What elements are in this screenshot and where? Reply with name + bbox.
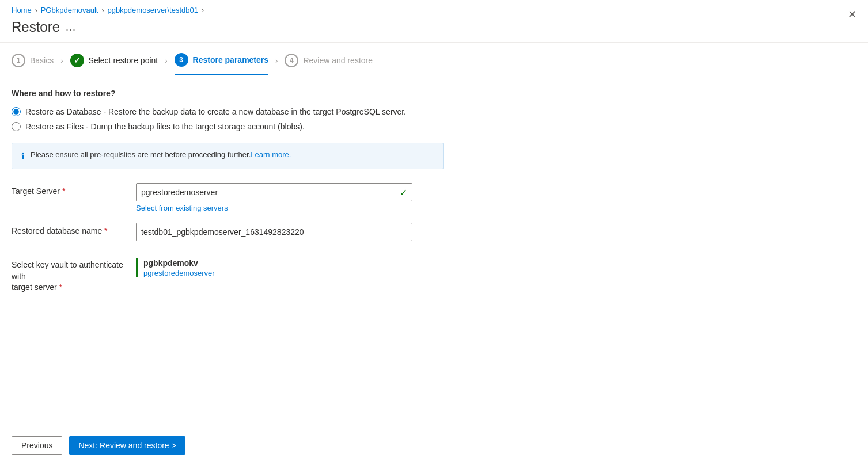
restored-db-required: * xyxy=(104,226,107,235)
restore-as-files-option[interactable]: Restore as Files - Dump the backup files… xyxy=(12,122,856,131)
step-2-label: Select restore point xyxy=(89,56,158,65)
step-review-and-restore[interactable]: 4 Review and restore xyxy=(285,54,373,74)
restore-as-files-label: Restore as Files - Dump the backup files… xyxy=(25,122,305,131)
target-server-row: Target Server * pgrestoredemoserver ✓ Se… xyxy=(12,183,856,212)
main-content: Where and how to restore? Restore as Dat… xyxy=(0,75,868,305)
step-arrow-1: › xyxy=(60,56,63,72)
section-title: Where and how to restore? xyxy=(12,89,856,98)
restored-db-name-label: Restored database name * xyxy=(12,223,127,235)
restored-db-name-row: Restored database name * xyxy=(12,223,856,241)
page-container: Home › PGbkpdemovault › pgbkpdemoserver\… xyxy=(0,0,868,461)
restore-as-database-radio[interactable] xyxy=(12,107,21,116)
close-button[interactable]: ✕ xyxy=(848,8,856,21)
step-4-circle: 4 xyxy=(285,54,298,67)
target-server-required: * xyxy=(62,186,65,196)
step-arrow-2: › xyxy=(165,56,167,72)
step-1-label: Basics xyxy=(30,56,54,65)
breadcrumb-sep-1: › xyxy=(35,6,37,14)
select-existing-servers-link[interactable]: Select from existing servers xyxy=(136,204,412,212)
next-button[interactable]: Next: Review and restore > xyxy=(69,436,185,455)
learn-more-link[interactable]: Learn more. xyxy=(251,150,291,159)
keyvault-section: Select key vault to authenticate with ta… xyxy=(12,258,856,294)
target-server-label: Target Server * xyxy=(12,183,127,196)
restored-db-name-input[interactable] xyxy=(136,223,412,241)
step-3-circle: 3 xyxy=(175,53,188,67)
target-server-check-icon: ✓ xyxy=(400,187,407,198)
info-box: ℹ Please ensure all pre-requisites are m… xyxy=(12,143,444,169)
breadcrumb: Home › PGbkpdemovault › pgbkpdemoserver\… xyxy=(0,0,868,17)
info-icon: ℹ xyxy=(21,151,25,162)
keyvault-row: Select key vault to authenticate with ta… xyxy=(12,258,856,294)
target-server-control: pgrestoredemoserver ✓ Select from existi… xyxy=(136,183,412,212)
keyvault-name: pgbkpdemokv xyxy=(143,258,215,268)
restore-options-group: Restore as Database - Restore the backup… xyxy=(12,107,856,131)
info-text: Please ensure all pre-requisites are met… xyxy=(31,150,291,159)
step-1-circle: 1 xyxy=(12,54,25,67)
restore-as-files-radio[interactable] xyxy=(12,122,21,131)
step-3-label: Restore parameters xyxy=(193,55,269,64)
previous-button[interactable]: Previous xyxy=(12,436,62,455)
restore-as-database-option[interactable]: Restore as Database - Restore the backup… xyxy=(12,107,856,116)
more-options-icon[interactable]: ... xyxy=(66,21,76,33)
restored-db-name-control xyxy=(136,223,412,241)
keyvault-required: * xyxy=(59,283,62,292)
keyvault-server-link[interactable]: pgrestoredemoserver xyxy=(143,269,215,277)
page-title: Restore xyxy=(12,19,60,35)
breadcrumb-sep-3: › xyxy=(202,6,204,14)
step-arrow-3: › xyxy=(275,56,278,72)
breadcrumb-sep-2: › xyxy=(101,6,104,14)
steps-container: 1 Basics › ✓ Select restore point › 3 Re… xyxy=(0,43,868,75)
header: Restore ... ✕ xyxy=(0,17,868,42)
form-section: Target Server * pgrestoredemoserver ✓ Se… xyxy=(12,183,856,241)
breadcrumb-vault[interactable]: PGbkpdemovault xyxy=(41,6,98,14)
step-select-restore-point[interactable]: ✓ Select restore point xyxy=(70,54,158,74)
step-4-label: Review and restore xyxy=(303,56,373,65)
keyvault-value: pgbkpdemokv pgrestoredemoserver xyxy=(136,258,215,277)
bottom-bar: Previous Next: Review and restore > xyxy=(0,429,868,461)
step-basics[interactable]: 1 Basics xyxy=(12,54,54,74)
breadcrumb-server-db[interactable]: pgbkpdemoserver\testdb01 xyxy=(107,6,198,14)
breadcrumb-home[interactable]: Home xyxy=(12,6,32,14)
target-server-value: pgrestoredemoserver xyxy=(141,188,218,197)
restore-as-database-label: Restore as Database - Restore the backup… xyxy=(25,107,406,116)
keyvault-label: Select key vault to authenticate with ta… xyxy=(12,258,127,294)
step-restore-parameters[interactable]: 3 Restore parameters xyxy=(175,53,269,75)
step-2-circle: ✓ xyxy=(70,54,84,67)
target-server-input-wrapper[interactable]: pgrestoredemoserver ✓ xyxy=(136,183,412,201)
